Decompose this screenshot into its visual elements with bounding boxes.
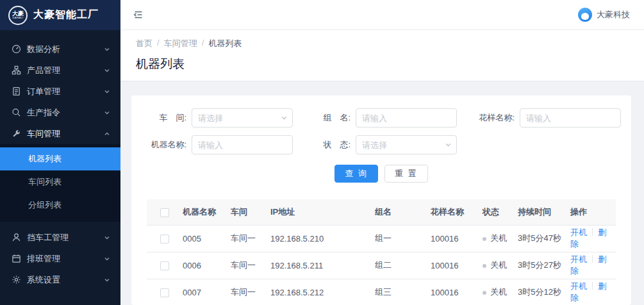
select-all-checkbox[interactable]	[160, 208, 169, 217]
status-dot-icon	[483, 237, 486, 241]
machine-list-card: 车 间: 组 名: 花样名称:	[131, 95, 631, 305]
sidebar-subitem-workshop-list[interactable]: 车间列表	[0, 170, 120, 194]
cell-actions: 开机删除	[570, 252, 616, 279]
status-select[interactable]	[356, 135, 457, 154]
breadcrumb-home[interactable]: 首页	[136, 38, 153, 49]
sidebar-item-product-mgmt[interactable]: 产品管理	[0, 60, 120, 81]
cell-actions: 开机删除	[570, 279, 616, 305]
table-header-row: 机器名称 车间 IP地址 组名 花样名称 状态 持续时间 操作	[147, 199, 616, 225]
sidebar-item-label: 系统设置	[27, 274, 104, 286]
col-actions: 操作	[570, 199, 616, 225]
workshop-submenu: 机器列表 车间列表 分组列表	[0, 144, 120, 222]
sidebar-item-data-analysis[interactable]: 数据分析	[0, 38, 120, 60]
page-header: 首页 / 车间管理 / 机器列表 机器列表	[120, 30, 644, 81]
workshop-select[interactable]	[192, 108, 293, 128]
status-label: 状 态:	[311, 139, 351, 151]
gauge-icon	[12, 44, 21, 54]
status-text: 关机	[490, 233, 507, 243]
sidebar-item-workshop-mgmt[interactable]: 车间管理	[0, 123, 120, 144]
main-area: 大豪科技 首页 / 车间管理 / 机器列表 机器列表 车 间:	[120, 0, 644, 305]
cell-group: 组二	[375, 252, 431, 279]
sidebar-subitem-group-list[interactable]: 分组列表	[0, 194, 120, 217]
search-icon	[12, 108, 21, 117]
sidebar-subitem-label: 分组列表	[28, 199, 62, 211]
machine-name-field: 机器名称:	[147, 135, 293, 154]
search-button[interactable]: 查 询	[334, 165, 378, 183]
sidebar-item-label: 生产指令	[27, 107, 104, 119]
sidebar-item-label: 车间管理	[27, 128, 104, 140]
collapse-sidebar-icon[interactable]	[132, 9, 144, 21]
app-title: 大豪智能工厂	[33, 8, 99, 22]
sidebar-menu: 数据分析 产品管理 订单管理 生产	[0, 30, 120, 305]
sidebar-item-operator-mgmt[interactable]: 挡车工管理	[0, 227, 120, 248]
col-workshop: 车间	[231, 199, 270, 225]
worker-icon	[12, 233, 21, 242]
col-group: 组名	[375, 199, 431, 225]
sidebar-item-label: 产品管理	[27, 65, 104, 76]
user-avatar	[578, 8, 592, 22]
sidebar-item-label: 数据分析	[27, 44, 104, 55]
cell-duration: 3时5分12秒	[518, 279, 570, 305]
cell-status: 关机	[483, 279, 518, 305]
cell-machine-name: 0006	[183, 252, 231, 279]
reset-button[interactable]: 重 置	[384, 165, 428, 183]
table-row: 0005 车间一 192.168.5.210 组一 100016 关机 3时5分…	[147, 225, 616, 252]
cell-machine-name: 0007	[183, 279, 231, 305]
calendar-icon	[12, 254, 21, 263]
cell-workshop: 车间一	[231, 252, 270, 279]
machine-name-input[interactable]	[192, 135, 293, 154]
sidebar-item-system-settings[interactable]: 系统设置	[0, 269, 120, 290]
sidebar-item-order-mgmt[interactable]: 订单管理	[0, 81, 120, 102]
cell-status: 关机	[483, 252, 518, 279]
sidebar-subitem-label: 机器列表	[28, 153, 62, 165]
cell-ip: 192.168.5.211	[270, 252, 375, 279]
power-on-link[interactable]: 开机	[570, 281, 587, 291]
user-menu[interactable]: 大豪科技	[578, 8, 630, 22]
cell-group: 组一	[375, 225, 431, 252]
workshop-label: 车 间:	[147, 112, 186, 124]
status-dot-icon	[483, 264, 486, 268]
pattern-name-input[interactable]	[520, 108, 621, 128]
table-row: 0007 车间一 192.168.5.212 组三 100016 关机 3时5分…	[147, 279, 616, 305]
chevron-down-icon	[104, 88, 110, 95]
row-checkbox[interactable]	[160, 288, 169, 297]
power-on-link[interactable]: 开机	[570, 227, 587, 237]
machine-table: 机器名称 车间 IP地址 组名 花样名称 状态 持续时间 操作	[147, 199, 616, 305]
gear-icon	[12, 275, 21, 284]
breadcrumb: 首页 / 车间管理 / 机器列表	[136, 38, 629, 49]
col-duration: 持续时间	[518, 199, 570, 225]
breadcrumb-separator: /	[202, 38, 204, 49]
sidebar-subitem-machine-list[interactable]: 机器列表	[0, 147, 120, 170]
cell-actions: 开机删除	[570, 225, 616, 252]
group-name-input[interactable]	[356, 108, 457, 128]
chevron-up-icon	[104, 131, 110, 137]
row-checkbox[interactable]	[160, 261, 169, 270]
chevron-down-icon	[104, 235, 110, 241]
pattern-name-label: 花样名称:	[475, 112, 515, 124]
power-on-link[interactable]: 开机	[570, 254, 587, 264]
chevron-down-icon	[104, 256, 110, 262]
row-checkbox[interactable]	[160, 235, 169, 243]
status-text: 关机	[490, 260, 507, 270]
dahao-logo-icon: 大豪 DAHAO	[8, 6, 28, 25]
action-divider	[592, 282, 593, 290]
breadcrumb-workshop-mgmt[interactable]: 车间管理	[164, 38, 197, 49]
chevron-down-icon	[104, 67, 110, 74]
status-field: 状 态:	[311, 135, 457, 154]
status-text: 关机	[490, 287, 507, 297]
sidebar-item-shift-mgmt[interactable]: 排班管理	[0, 248, 120, 269]
cell-ip: 192.168.5.210	[270, 225, 375, 252]
chevron-down-icon	[104, 277, 110, 283]
sidebar-item-production-order[interactable]: 生产指令	[0, 102, 120, 123]
sidebar-item-label: 排班管理	[27, 253, 104, 265]
table-row: 0006 车间一 192.168.5.211 组二 100016 关机 3时5分…	[147, 252, 616, 279]
sidebar: 大豪 DAHAO 大豪智能工厂 数据分析 产品管理	[0, 0, 120, 305]
breadcrumb-separator: /	[157, 38, 160, 49]
filter-form: 车 间: 组 名: 花样名称:	[147, 108, 616, 154]
cell-ip: 192.168.5.212	[270, 279, 375, 305]
action-divider	[592, 255, 593, 263]
workshop-field: 车 间:	[147, 108, 293, 128]
sidebar-subitem-label: 车间列表	[28, 176, 62, 188]
wrench-icon	[12, 129, 21, 138]
cell-group: 组三	[375, 279, 431, 305]
